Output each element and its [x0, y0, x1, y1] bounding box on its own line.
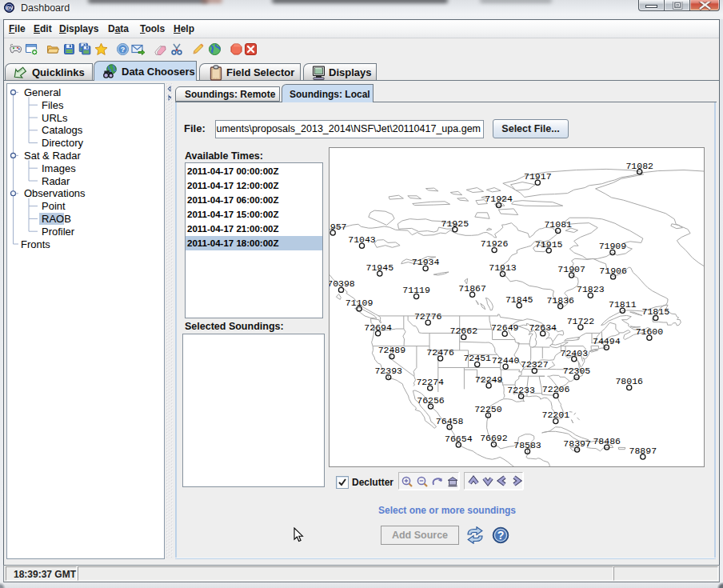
svg-text:72233: 72233	[507, 385, 535, 395]
svg-text:72393: 72393	[374, 366, 402, 376]
svg-text:71811: 71811	[609, 299, 637, 310]
svg-text:72249: 72249	[475, 374, 503, 385]
svg-text:71823: 71823	[577, 284, 605, 294]
svg-text:71906: 71906	[599, 266, 627, 276]
svg-text:71925: 71925	[441, 218, 469, 229]
svg-text:72649: 72649	[491, 322, 519, 333]
svg-text:72206: 72206	[542, 384, 570, 394]
svg-text:76256: 76256	[417, 395, 445, 406]
svg-text:76458: 76458	[436, 416, 464, 426]
svg-text:71945: 71945	[366, 262, 394, 273]
svg-text:71926: 71926	[481, 238, 509, 249]
svg-text:72662: 72662	[450, 326, 478, 336]
svg-text:72274: 72274	[416, 377, 444, 387]
svg-text:?: ?	[121, 46, 126, 54]
svg-text:72305: 72305	[563, 366, 591, 376]
svg-text:72250: 72250	[474, 404, 502, 414]
svg-text:72694: 72694	[364, 322, 392, 333]
svg-text:71917: 71917	[524, 171, 552, 182]
svg-text:?: ?	[497, 529, 505, 542]
svg-text:71957: 71957	[330, 222, 346, 232]
svg-text:IDV: IDV	[6, 6, 14, 10]
svg-text:72327: 72327	[521, 359, 549, 370]
svg-text:71913: 71913	[489, 262, 517, 273]
svg-text:74494: 74494	[593, 336, 621, 346]
svg-text:78897: 78897	[629, 446, 657, 456]
svg-text:71867: 71867	[458, 283, 486, 294]
svg-text:71815: 71815	[642, 306, 670, 317]
svg-text:71845: 71845	[505, 294, 533, 305]
svg-text:72440: 72440	[492, 355, 520, 366]
svg-text:78397: 78397	[563, 438, 591, 449]
svg-text:71722: 71722	[567, 316, 595, 326]
svg-text:72634: 72634	[529, 322, 557, 333]
svg-text:71836: 71836	[546, 295, 574, 306]
svg-text:72201: 72201	[542, 410, 570, 420]
svg-text:71109: 71109	[346, 298, 373, 308]
svg-text:71907: 71907	[557, 264, 585, 274]
svg-text:72403: 72403	[561, 348, 589, 358]
svg-text:71081: 71081	[544, 219, 572, 230]
svg-text:70398: 70398	[330, 278, 355, 289]
svg-text:72451: 72451	[463, 353, 491, 363]
svg-text:78016: 78016	[615, 376, 643, 386]
svg-text:71600: 71600	[636, 326, 664, 337]
svg-text:71082: 71082	[625, 161, 653, 171]
svg-text:72776: 72776	[414, 311, 442, 322]
svg-text:72489: 72489	[378, 345, 406, 355]
svg-text:76654: 76654	[445, 434, 473, 444]
svg-text:71909: 71909	[599, 241, 627, 251]
svg-text:71924: 71924	[485, 194, 513, 204]
svg-text:71915: 71915	[535, 239, 563, 250]
svg-text:78486: 78486	[593, 436, 621, 446]
svg-text:71934: 71934	[412, 257, 440, 267]
svg-text:78583: 78583	[513, 440, 541, 450]
svg-text:76692: 76692	[480, 433, 508, 443]
svg-text:72476: 72476	[426, 347, 454, 358]
svg-text:71043: 71043	[348, 234, 376, 245]
svg-text:71119: 71119	[402, 285, 430, 295]
